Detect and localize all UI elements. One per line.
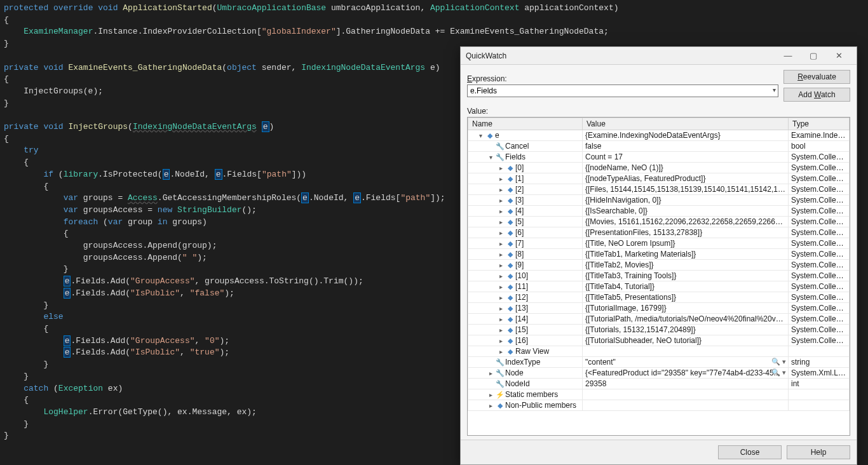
table-row[interactable]: ▸◆ [0]{[nodeName, NeO (1)]}System.Collec… [468,163,850,173]
table-row[interactable]: 🔧 NodeId29358int [468,379,850,389]
expand-icon[interactable]: ▸ [487,402,494,409]
cube-icon: ◆ [506,261,514,269]
row-type: System.Collections.Generic.KeyValuePair<… [789,271,850,281]
table-row[interactable]: ▸◆ Non-Public members [468,400,850,411]
cube-icon: ◆ [506,250,514,259]
expand-icon[interactable]: ▸ [498,262,505,269]
value-grid[interactable]: Name Value Type ▾◆ e{Examine.IndexingNod… [467,117,850,436]
table-row[interactable]: ▸◆ [6]{[PresentationFiles, 15133,27838]}… [468,227,850,238]
row-value: "content" [585,358,616,367]
expand-icon[interactable]: ▸ [498,251,505,258]
row-type: System.Collections.Generic.KeyValuePair<… [789,292,850,303]
row-name: Raw View [515,347,549,356]
visualizer-icon[interactable]: 🔍 ▾ [771,368,786,377]
cube-icon: ◆ [506,196,514,205]
table-row[interactable]: ▸◆ [16]{[TutorialSubheader, NeO tutorial… [468,335,850,346]
table-row[interactable]: ▸◆ [8]{[TitleTab1, Marketing Materials]}… [468,249,850,260]
close-button[interactable]: Close [718,445,782,459]
help-button[interactable]: Help [787,445,850,459]
wrench-icon: 🔧 [496,380,504,388]
table-row[interactable]: ▸◆ [1]{[nodeTypeAlias, FeaturedProduct]}… [468,173,850,184]
expand-icon[interactable]: ▸ [498,348,505,355]
reevaluate-button[interactable]: Reevaluate [783,70,850,84]
table-row[interactable]: ▸◆ [13]{[TutorialImage, 16799]}System.Co… [468,303,850,314]
close-icon[interactable]: ✕ [826,51,851,60]
quickwatch-titlebar[interactable]: QuickWatch ― ▢ ✕ [461,47,857,65]
row-type: System.Collections.Generic.KeyValuePair<… [789,195,850,206]
row-value: {[TitleTab4, Tutorial]} [585,282,654,291]
row-value: {[nodeName, NeO (1)]} [585,163,663,172]
expand-icon[interactable]: ▸ [498,219,505,226]
expand-icon[interactable]: ▸ [498,337,505,344]
row-type [789,389,850,400]
expand-icon[interactable]: ▸ [498,316,505,323]
expand-icon[interactable]: ▸ [498,229,505,236]
cube-icon: ◆ [506,293,514,302]
row-value: {[Files, 15144,15145,15138,15139,15140,1… [585,185,789,194]
table-row[interactable]: ▸◆ [10]{[TitleTab3, Training Tools]}Syst… [468,271,850,281]
expand-icon[interactable]: ▸ [498,208,505,215]
table-row[interactable]: ▾🔧 FieldsCount = 17System.Collections.Ge… [468,152,850,163]
expand-icon[interactable]: ▸ [487,370,494,377]
expand-icon[interactable]: ▸ [498,327,505,334]
row-value: false [585,142,601,151]
expand-icon[interactable]: ▸ [498,294,505,301]
table-row[interactable]: ▸◆ [15]{[Tutorials, 15132,15147,20489]}S… [468,325,850,335]
expand-icon[interactable]: ▸ [498,305,505,312]
row-name: Static members [505,390,558,399]
expand-icon[interactable]: ▸ [498,186,505,193]
col-type[interactable]: Type [789,118,850,130]
row-value: {[TutorialSubheader, NeO tutorial]} [585,336,702,345]
row-value: {[TutorialPath, /media/tutorials/NeO/neo… [585,314,789,323]
static-icon: ⚡ [496,391,504,399]
expand-icon[interactable]: ▸ [498,240,505,247]
row-type [789,400,850,411]
table-row[interactable]: ▸◆ Raw View [468,346,850,357]
table-row[interactable]: ▸◆ [3]{[HideInNavigation, 0]}System.Coll… [468,195,850,206]
table-row[interactable]: ▸⚡ Static members [468,389,850,400]
expand-icon[interactable]: ▸ [498,165,505,172]
wrench-icon: 🔧 [496,153,504,161]
cube-icon: ◆ [506,283,514,291]
expand-icon[interactable]: ▸ [498,273,505,280]
expand-icon[interactable]: ▸ [498,197,505,204]
table-row[interactable]: 🔧 IndexType"content"🔍 ▾string [468,357,850,368]
minimize-icon[interactable]: ― [775,51,801,60]
row-value: {[Movies, 15161,15162,22096,22632,22658,… [585,217,789,226]
quickwatch-window: QuickWatch ― ▢ ✕ Expression: ▾ Reevaluat… [460,46,857,465]
row-type: System.Collections.Generic.KeyValuePair<… [789,281,850,292]
add-watch-button[interactable]: Add Watch [783,88,850,102]
table-row[interactable]: ▸◆ [2]{[Files, 15144,15145,15138,15139,1… [468,184,850,195]
expand-icon[interactable]: ▸ [498,175,505,182]
table-row[interactable]: ▸🔧 Node{<FeaturedProduct id="29358" key=… [468,368,850,379]
row-type: System.Collections.Generic.KeyValuePair<… [789,206,850,217]
row-value: {[PresentationFiles, 15133,27838]} [585,228,702,237]
expand-icon[interactable]: ▸ [487,391,494,398]
table-row[interactable]: 🔧 Cancelfalsebool [468,141,850,152]
expand-icon[interactable]: ▸ [498,283,505,290]
col-value[interactable]: Value [583,118,789,130]
row-type: System.Collections.Generic.KeyValuePair<… [789,335,850,346]
table-row[interactable]: ▸◆ [7]{[Title, NeO Lorem Ipsum]}System.C… [468,238,850,249]
table-row[interactable]: ▸◆ [11]{[TitleTab4, Tutorial]}System.Col… [468,281,850,292]
cube-icon: ◆ [506,326,514,334]
row-name: [12] [515,293,528,302]
row-type: string [789,357,850,368]
expand-icon[interactable]: ▾ [477,132,484,139]
table-row[interactable]: ▸◆ [4]{[IsSearchable, 0]}System.Collecti… [468,206,850,217]
row-name: e [495,131,499,140]
expand-icon[interactable]: ▾ [487,154,494,161]
wrench-icon: 🔧 [496,358,504,367]
visualizer-icon[interactable]: 🔍 ▾ [771,358,786,366]
maximize-icon[interactable]: ▢ [801,51,826,60]
table-row[interactable]: ▸◆ [9]{[TitleTab2, Movies]}System.Collec… [468,260,850,271]
table-row[interactable]: ▸◆ [12]{[TitleTab5, Presentations]}Syste… [468,292,850,303]
table-row[interactable]: ▸◆ [5]{[Movies, 15161,15162,22096,22632,… [468,217,850,227]
cube-icon: ◆ [506,272,514,280]
col-name[interactable]: Name [468,118,583,130]
chevron-down-icon[interactable]: ▾ [773,86,776,93]
table-row[interactable]: ▸◆ [14]{[TutorialPath, /media/tutorials/… [468,314,850,325]
table-row[interactable]: ▾◆ e{Examine.IndexingNodeDataEventArgs}E… [468,130,850,141]
value-label: Value: [467,107,850,116]
expression-input[interactable] [467,84,778,97]
